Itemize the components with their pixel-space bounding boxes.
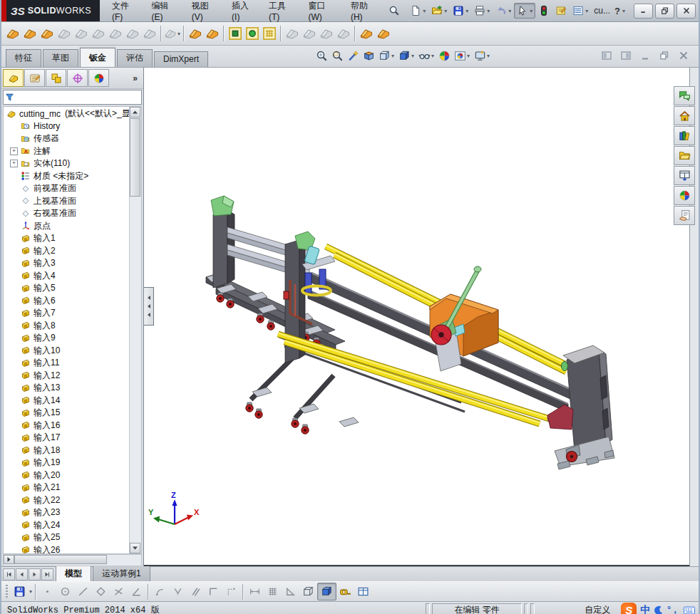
tree-root[interactable]: cutting_mc(默认<<默认>_显 [6, 108, 130, 120]
edit-note-button[interactable] [552, 3, 570, 19]
tree-item[interactable]: 输入20 [6, 469, 130, 482]
section-view-button[interactable] [361, 48, 376, 63]
dropdown-arrow-icon[interactable]: ▾ [487, 8, 490, 14]
featuremanager-tree-tab[interactable] [3, 69, 24, 87]
dropdown-arrow-icon[interactable]: ▾ [29, 588, 32, 595]
scrollbar-thumb[interactable] [130, 118, 140, 197]
tree-item[interactable]: 输入1 [6, 232, 130, 245]
unfold-button[interactable] [284, 24, 301, 43]
wireframe-cube-button[interactable] [299, 583, 317, 600]
grid-hatch-button[interactable] [264, 583, 282, 600]
tree-item[interactable]: 右视基准面 [6, 207, 130, 220]
sketch-corner-button[interactable] [205, 583, 222, 600]
tree-item[interactable]: 输入3 [6, 257, 130, 270]
sketch-line-button[interactable] [74, 583, 92, 600]
simple-hole-button[interactable] [244, 24, 261, 43]
no-bends-button[interactable] [335, 24, 352, 43]
configurationmanager-tab[interactable] [46, 69, 66, 87]
custom-status[interactable]: 自定义 [585, 604, 610, 614]
sketch-point-button[interactable] [38, 583, 56, 600]
toolbar-grip[interactable] [6, 585, 8, 599]
tab-评估[interactable]: 评估 [117, 49, 153, 67]
menu-item[interactable]: 窗口(W) [302, 0, 344, 24]
dropdown-arrow-icon[interactable]: ▾ [444, 8, 447, 14]
fold-button[interactable] [301, 24, 318, 43]
sketch-trail-button[interactable] [222, 583, 240, 600]
sketch-mirror-button[interactable] [169, 583, 187, 600]
cross-break-button[interactable] [141, 24, 158, 43]
sheet-metal-gusset-button[interactable] [204, 24, 221, 43]
angle-triangle-button[interactable] [282, 583, 299, 600]
dropdown-arrow-icon[interactable]: ▾ [465, 8, 468, 14]
restore-button[interactable] [655, 4, 674, 19]
menu-item[interactable]: 工具(T) [262, 0, 302, 24]
tab-模型[interactable]: 模型 [56, 566, 91, 581]
dropdown-arrow-icon[interactable]: ▾ [423, 8, 426, 14]
base-flange-button[interactable] [4, 24, 21, 43]
keyboard-icon[interactable] [683, 605, 696, 614]
scrollbar-thumb[interactable] [14, 555, 107, 564]
minimize-button[interactable] [634, 4, 653, 19]
tree-item[interactable]: 输入12 [6, 370, 130, 383]
tab-特征[interactable]: 特征 [6, 49, 41, 67]
tab-last-button[interactable] [41, 568, 53, 581]
tree-vertical-scrollbar[interactable] [129, 107, 141, 553]
flatten-button[interactable] [318, 24, 335, 43]
tree-horizontal-scrollbar[interactable] [3, 554, 142, 566]
doc-restore-button[interactable] [658, 49, 671, 62]
options-list-button[interactable]: ▾ [570, 3, 591, 19]
custom-properties-tab[interactable] [674, 206, 695, 225]
tree-item[interactable]: 传感器 [6, 132, 130, 145]
tree-item[interactable]: History [6, 120, 130, 133]
tree-item[interactable]: 上视基准面 [6, 195, 130, 208]
vent-button[interactable] [261, 24, 278, 43]
tree-item[interactable]: 输入7 [6, 307, 130, 320]
tree-item[interactable]: 输入19 [6, 457, 130, 469]
moon-icon[interactable] [654, 605, 664, 614]
tree-item[interactable]: 输入15 [6, 407, 130, 420]
menu-item[interactable]: 插入(I) [225, 0, 262, 24]
propertymanager-tab[interactable] [24, 69, 45, 87]
view-palette-tab[interactable] [674, 166, 695, 185]
home-tab[interactable] [674, 106, 695, 125]
sketch-polygon-button[interactable] [92, 583, 110, 600]
pane-left-button[interactable] [600, 49, 613, 62]
menu-item[interactable]: 视图(V) [185, 0, 225, 24]
forum-chat-tab[interactable] [674, 86, 695, 105]
tree-item[interactable]: 输入6 [6, 295, 130, 308]
tree-item[interactable]: 输入23 [6, 506, 130, 519]
tree-item[interactable]: 材质 <未指定> [6, 170, 130, 183]
dropdown-arrow-icon[interactable]: ▾ [530, 8, 532, 14]
search-icon[interactable] [388, 4, 400, 17]
tree-item[interactable]: 输入8 [6, 320, 130, 333]
dropdown-arrow-icon[interactable]: ▾ [508, 8, 511, 14]
lofted-bend-button[interactable] [38, 24, 56, 43]
filter-box[interactable] [3, 90, 142, 105]
tab-DimXpert[interactable]: DimXpert [154, 51, 208, 67]
scroll-right-button[interactable] [4, 555, 14, 564]
undo-arrow-button[interactable]: ▾ [493, 3, 514, 19]
rip-button[interactable] [358, 24, 375, 43]
tree-item[interactable]: 输入16 [6, 420, 130, 432]
displaymanager-tab[interactable] [88, 69, 109, 87]
tab-运动算例1[interactable]: 运动算例1 [93, 566, 150, 581]
doc-close-button[interactable] [677, 49, 690, 62]
tree-item[interactable]: 输入26 [6, 544, 130, 555]
tab-next-button[interactable] [29, 568, 41, 581]
pane-right-button[interactable] [619, 49, 632, 62]
tree-item[interactable]: 输入11 [6, 357, 130, 370]
tab-钣金[interactable]: 钣金 [80, 48, 115, 67]
sketch-circle-button[interactable] [56, 583, 74, 600]
tree-item[interactable]: 输入13 [6, 382, 130, 395]
insert-bends-button[interactable] [375, 24, 392, 43]
shaded-cube-button[interactable] [317, 583, 336, 600]
document-name-overflow[interactable]: cu... [594, 6, 610, 16]
save-floppy-button[interactable] [11, 583, 29, 600]
panel-splitter-handle[interactable] [144, 287, 154, 326]
close-button[interactable] [676, 4, 696, 19]
file-explorer-tab[interactable] [674, 146, 695, 165]
open-folder-button[interactable]: ▾ [428, 3, 450, 19]
dimxpertmanager-tab[interactable] [67, 69, 88, 87]
tree-item[interactable]: 输入24 [6, 519, 130, 532]
appearances-ball-tab[interactable] [674, 186, 695, 205]
